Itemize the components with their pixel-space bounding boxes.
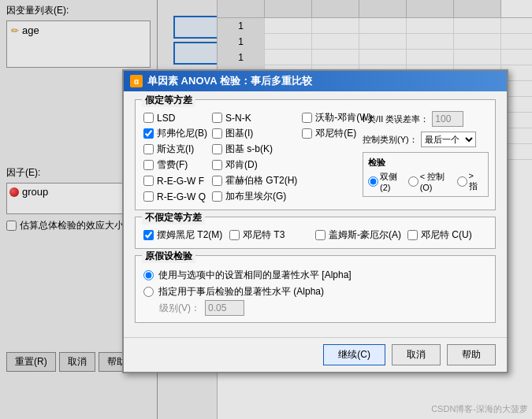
radio-twosided-text: 双侧(2) xyxy=(380,171,406,192)
cb-lsd-label: LSD xyxy=(157,113,175,124)
cb-sidak[interactable]: 斯达克(I) xyxy=(143,143,207,156)
empty-cell3 xyxy=(302,174,371,187)
test-label: 检验 xyxy=(368,157,483,169)
level-label: 级别(V)： xyxy=(159,302,200,315)
checkbox-dunnett-t3[interactable] xyxy=(229,230,240,240)
radio-gt-control[interactable] xyxy=(457,176,467,187)
cb-dunnett-label: 邓尼特(E) xyxy=(315,127,356,140)
checkbox-tamhane[interactable] xyxy=(143,230,154,240)
checkbox-dunnett[interactable] xyxy=(302,128,312,139)
not-assumed-grid: 摆姆黑尼 T2(M) 邓尼特 T3 盖姆斯-豪厄尔(A) 邓尼特 C(U) xyxy=(143,228,487,242)
cb-gabriel-label: 加布里埃尔(G) xyxy=(225,190,286,203)
checkbox-games-howell[interactable] xyxy=(315,230,326,240)
cb-tukey[interactable]: 图基(I) xyxy=(212,127,297,140)
checkbox-regwq[interactable] xyxy=(143,191,154,202)
checkbox-bonferroni[interactable] xyxy=(143,128,154,139)
cb-tamhane-label: 摆姆黑尼 T2(M) xyxy=(157,228,222,242)
checkbox-gabriel[interactable] xyxy=(212,191,222,202)
checkbox-waller[interactable] xyxy=(302,113,312,123)
cb-dunnett[interactable]: 邓尼特(E) xyxy=(302,127,371,140)
cb-snk[interactable]: S-N-K xyxy=(212,111,297,124)
radio-twosided[interactable] xyxy=(368,176,378,187)
modal-title: 单因素 ANOVA 检验：事后多重比较 xyxy=(147,74,312,88)
not-assumed-section: 不假定等方差 摆姆黑尼 T2(M) 邓尼特 T3 盖姆斯-豪厄尔(A) 邓尼特 … xyxy=(135,217,496,249)
checkbox-snk[interactable] xyxy=(212,113,222,123)
assumed-equal-title: 假定等方差 xyxy=(142,94,195,107)
radio-lt-text: < 控制(O) xyxy=(420,171,455,192)
checkbox-scheffe[interactable] xyxy=(143,160,154,170)
radio-gt-text: > 指 xyxy=(469,171,484,192)
radio-use-same-alpha[interactable] xyxy=(143,270,154,280)
radio-option-2[interactable]: 指定用于事后检验的显著性水平 (Alpha) xyxy=(143,284,487,300)
cb-bonferroni-label: 邦弗伦尼(B) xyxy=(157,127,207,140)
checkbox-dunnett-c[interactable] xyxy=(407,230,418,240)
assumed-checkbox-grid: LSD S-N-K 沃勒-邓肯(W) 邦弗伦尼(B) 图基(I) xyxy=(143,111,364,203)
radio-specify-alpha-label: 指定用于事后检验的显著性水平 (Alpha) xyxy=(158,285,324,298)
cb-games-howell[interactable]: 盖姆斯-豪厄尔(A) xyxy=(315,228,401,242)
radio-twosided-label[interactable]: 双侧(2) xyxy=(368,171,406,192)
radio-lt-label[interactable]: < 控制(O) xyxy=(408,171,455,192)
level-row: 级别(V)： xyxy=(143,300,487,316)
empty-cell2 xyxy=(302,158,371,172)
checkbox-tukey[interactable] xyxy=(212,128,222,139)
cb-games-howell-label: 盖姆斯-豪厄尔(A) xyxy=(329,228,401,242)
cb-bonferroni[interactable]: 邦弗伦尼(B) xyxy=(143,127,207,140)
level-input[interactable] xyxy=(205,300,244,316)
modal-app-icon: α xyxy=(130,75,143,87)
radio-gt-label[interactable]: > 指 xyxy=(457,171,484,192)
not-assumed-title: 不假定等方差 xyxy=(142,211,205,224)
cb-regwq-label: R-E-G-W Q xyxy=(157,191,206,202)
radio-option-1[interactable]: 使用与选项中的设置相同的显著性水平 [Alpha] xyxy=(143,267,487,284)
assumed-equal-section: 假定等方差 LSD S-N-K 沃勒-邓肯(W) xyxy=(135,99,496,210)
watermark: CSDN博客-深海的大菠萝 xyxy=(431,403,528,415)
checkbox-tukey-sb[interactable] xyxy=(212,144,222,154)
empty-cell4 xyxy=(302,190,371,203)
test-subbox: 检验 双侧(2) < 控制(O) > 指 xyxy=(363,152,489,197)
error-rate-row: I 类/II 类误差率： xyxy=(363,111,489,127)
checkbox-sidak[interactable] xyxy=(143,144,154,154)
radio-use-same-alpha-label: 使用与选项中的设置相同的显著性水平 [Alpha] xyxy=(158,269,352,282)
cb-dunnett-c-label: 邓尼特 C(U) xyxy=(421,228,472,242)
checkbox-regwf[interactable] xyxy=(143,176,154,186)
control-cat-label: 控制类别(Y)： xyxy=(363,134,418,146)
cb-hochberg-label: 霍赫伯格 GT2(H) xyxy=(225,174,297,187)
modal-dialog: α 单因素 ANOVA 检验：事后多重比较 假定等方差 LSD S-N-K xyxy=(122,69,508,373)
radio-lt-control[interactable] xyxy=(408,176,419,187)
continue-button[interactable]: 继续(C) xyxy=(323,344,385,365)
cb-tukey-label: 图基(I) xyxy=(225,127,253,140)
radio-specify-alpha[interactable] xyxy=(143,287,154,297)
cb-waller[interactable]: 沃勒-邓肯(W) xyxy=(302,111,371,124)
control-cat-select[interactable]: 最后一个 xyxy=(421,132,476,147)
cb-tukey-sb[interactable]: 图基 s-b(K) xyxy=(212,143,297,156)
cb-regwf[interactable]: R-E-G-W F xyxy=(143,174,207,187)
cb-scheffe-label: 雪费(F) xyxy=(157,158,188,172)
cb-regwq[interactable]: R-E-G-W Q xyxy=(143,190,207,203)
control-cat-row: 控制类别(Y)： 最后一个 xyxy=(363,132,489,147)
cb-dunnett-c[interactable]: 邓尼特 C(U) xyxy=(407,228,487,242)
right-controls: I 类/II 类误差率： 控制类别(Y)： 最后一个 检验 xyxy=(363,111,489,197)
cb-gabriel[interactable]: 加布里埃尔(G) xyxy=(212,190,297,203)
modal-footer: 继续(C) 取消 帮助 xyxy=(124,337,507,372)
checkbox-duncan[interactable] xyxy=(212,160,222,170)
empty-cell xyxy=(302,143,371,156)
modal-body: 假定等方差 LSD S-N-K 沃勒-邓肯(W) xyxy=(124,91,507,337)
cb-hochberg[interactable]: 霍赫伯格 GT2(H) xyxy=(212,174,297,187)
cancel-button-modal[interactable]: 取消 xyxy=(392,344,441,365)
error-rate-input[interactable] xyxy=(432,111,463,127)
hypothesis-section: 原假设检验 使用与选项中的设置相同的显著性水平 [Alpha] 指定用于事后检验… xyxy=(135,255,496,323)
cb-dunnett-t3-label: 邓尼特 T3 xyxy=(243,228,285,242)
test-radio-row: 双侧(2) < 控制(O) > 指 xyxy=(368,171,483,192)
error-rate-label: I 类/II 类误差率： xyxy=(363,113,429,125)
cb-duncan[interactable]: 邓肯(D) xyxy=(212,158,297,172)
cb-lsd[interactable]: LSD xyxy=(143,111,207,124)
cb-dunnett-t3[interactable]: 邓尼特 T3 xyxy=(229,228,309,242)
checkbox-hochberg[interactable] xyxy=(212,176,222,186)
help-button-modal[interactable]: 帮助 xyxy=(447,344,496,365)
modal-titlebar: α 单因素 ANOVA 检验：事后多重比较 xyxy=(124,71,507,91)
cb-snk-label: S-N-K xyxy=(225,113,251,124)
checkbox-lsd[interactable] xyxy=(143,113,154,123)
cb-sidak-label: 斯达克(I) xyxy=(157,143,194,156)
hypothesis-title: 原假设检验 xyxy=(142,250,195,263)
cb-scheffe[interactable]: 雪费(F) xyxy=(143,158,207,172)
cb-tamhane[interactable]: 摆姆黑尼 T2(M) xyxy=(143,228,223,242)
